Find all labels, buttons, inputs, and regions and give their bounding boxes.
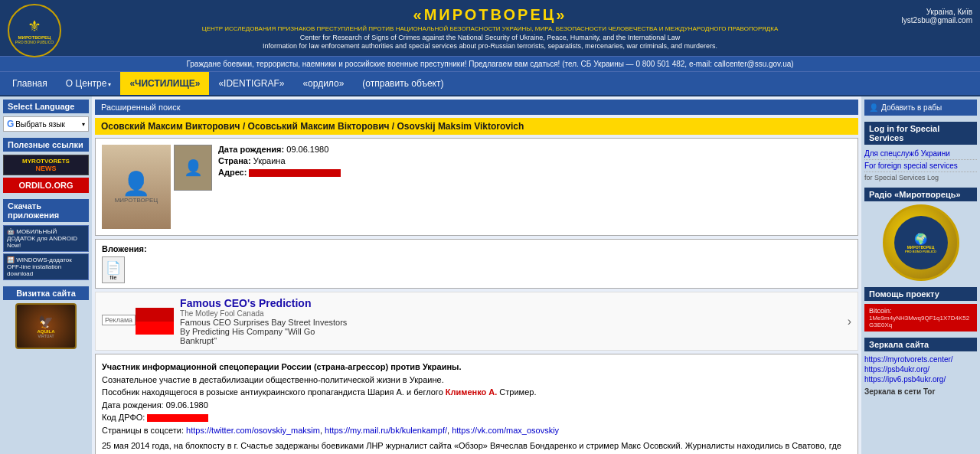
tor-section: Зеркала в сети Tor bbox=[864, 387, 977, 396]
nav-bar: Главная О Центре▾ «ЧИСТИЛИЩЕ» «IDENTIGRA… bbox=[0, 72, 980, 96]
content-area: Расширенный поиск Осовский Максим Виктор… bbox=[92, 96, 861, 454]
nav-about[interactable]: О Центре▾ bbox=[57, 72, 121, 95]
person-header: Осовский Максим Викторович / Осовський М… bbox=[95, 118, 858, 135]
bitcoin-section: Bitcoin: 1Me9m4yNH3Mwq9QF1q1X7D4K52G3E0X… bbox=[864, 304, 977, 332]
attachments-section: Вложения: 📄 file bbox=[95, 239, 858, 289]
alert-bar: Граждане боевики, террористы, наемники и… bbox=[0, 56, 980, 72]
add-section: 👤 Добавить в рабы bbox=[864, 100, 977, 116]
file-icon: 📄 bbox=[103, 257, 124, 275]
file-label: file bbox=[103, 275, 124, 280]
android-icon: 🤖 bbox=[7, 228, 15, 235]
drfo-label: Код ДРФО: bbox=[102, 413, 145, 422]
address-line: Адрес: bbox=[218, 168, 851, 177]
bitcoin-label: Bitcoin: bbox=[869, 307, 972, 315]
nav-identigraf[interactable]: «IDENTIGRAF» bbox=[209, 72, 293, 95]
info-line3-suffix: Стример. bbox=[497, 387, 536, 397]
useful-links-section: Полезные ссылки MYROTVORETS NEWS ORDILO.… bbox=[3, 138, 89, 193]
flag-red bbox=[136, 308, 174, 322]
radio-logo[interactable]: 🌍 МИРОТВОРЕЦ PRO BONO PUBLICO bbox=[883, 204, 959, 281]
attachments-title: Вложения: bbox=[102, 244, 851, 253]
ordilo-label: ORDILO.ORG bbox=[19, 181, 74, 190]
site-logo[interactable]: ⚜ МИРОТВОРЕЦ PRO BONO PUBLICO bbox=[8, 4, 61, 57]
country-line: Страна: Украина bbox=[218, 156, 851, 165]
windows-icon: 🪟 bbox=[7, 256, 15, 263]
person-details: Дата рождения: 09.06.1980 Страна: Украин… bbox=[218, 145, 851, 229]
android-download[interactable]: 🤖 МОБИЛЬНЫЙ ДОДАТОК для ANDROID Now! bbox=[3, 225, 89, 252]
info-social: Страницы в соцсети: https://twitter.com/… bbox=[102, 424, 851, 437]
add-icon: 👤 bbox=[869, 103, 878, 112]
mirror-link-1[interactable]: https://myrotvorets.center/ bbox=[864, 354, 977, 364]
nav-chistilische[interactable]: «ЧИСТИЛИЩЕ» bbox=[120, 72, 209, 95]
mailru-link[interactable]: https://my.mail.ru/bk/kulenkampf/ bbox=[325, 426, 447, 435]
ad-banner: Реклама Famous CEO's Prediction The Motl… bbox=[95, 292, 858, 351]
twitter-link[interactable]: https://twitter.com/osovskiy_maksim bbox=[186, 426, 320, 435]
download-title: Скачать приложения bbox=[3, 199, 89, 222]
address-label: Адрес: bbox=[218, 168, 247, 177]
info-line1: Участник информационной спецоперации Рос… bbox=[102, 361, 851, 374]
radio-section: Радіо «Миротворець» 🌍 МИРОТВОРЕЦ PRO BON… bbox=[864, 188, 977, 281]
info-drfo: Код ДРФО: bbox=[102, 411, 851, 424]
download-section: Скачать приложения 🤖 МОБИЛЬНЫЙ ДОДАТОК д… bbox=[3, 199, 89, 280]
info-story: 25 мая 2014 года, на блокпосту в г. Счас… bbox=[102, 439, 851, 454]
android-label: МОБИЛЬНЫЙ ДОДАТОК для ANDROID Now! bbox=[7, 228, 77, 249]
ordilo-banner[interactable]: ORDILO.ORG bbox=[3, 178, 89, 193]
news-label: NEWS bbox=[6, 165, 86, 172]
dob-label: Дата рождения: bbox=[218, 145, 284, 154]
mirror-link-2[interactable]: https://psb4ukr.org/ bbox=[864, 364, 977, 374]
main-layout: Select Language G Выбрать язык ▾ Полезны… bbox=[0, 96, 980, 454]
info-line2: Сознательное участие в дестабилизации об… bbox=[102, 374, 851, 387]
search-bar: Расширенный поиск bbox=[95, 100, 858, 115]
help-section: Помощь проекту Bitcoin: 1Me9m4yNH3Mwq9QF… bbox=[864, 287, 977, 332]
ad-content[interactable]: Famous CEO's Prediction The Motley Fool … bbox=[180, 297, 841, 345]
foreign-services-link[interactable]: For foreign special services bbox=[864, 160, 977, 172]
info-line3-prefix: Пособник находящегося в розыске антиукра… bbox=[102, 387, 446, 397]
windows-download[interactable]: 🪟 WINDOWS-додаток OFF-line installation … bbox=[3, 253, 89, 280]
ad-label: Реклама bbox=[102, 315, 136, 325]
google-icon: G bbox=[7, 119, 14, 129]
right-sidebar: 👤 Добавить в рабы Log in for Special Ser… bbox=[861, 96, 980, 454]
country-value: Украина bbox=[253, 156, 286, 165]
ad-text3: Bankrupt" bbox=[180, 336, 841, 345]
drfo-redacted bbox=[147, 414, 208, 422]
ad-title: Famous CEO's Prediction bbox=[180, 297, 841, 309]
radio-inner-logo: 🌍 МИРОТВОРЕЦ PRO BONO PUBLICO bbox=[894, 216, 948, 269]
windows-label: WINDOWS-додаток OFF-line installation do… bbox=[7, 256, 72, 277]
address-redacted bbox=[249, 169, 341, 177]
ukraine-services-link[interactable]: Для спецслужб Украини bbox=[864, 148, 977, 160]
nav-ordilo[interactable]: «ордило» bbox=[293, 72, 353, 95]
site-card-image: 🦅 AQUILA VIRTUAT bbox=[15, 303, 77, 349]
radio-title: Радіо «Миротворець» bbox=[864, 188, 977, 201]
log-label: for Special Services Log bbox=[864, 174, 977, 181]
site-card-section: Визитка сайта 🦅 AQUILA VIRTUAT bbox=[3, 286, 89, 349]
header-subtitle1: ЦЕНТР ИССЛЕДОВАНИЯ ПРИЗНАКОВ ПРЕСТУПЛЕНИ… bbox=[3, 25, 977, 32]
left-sidebar: Select Language G Выбрать язык ▾ Полезны… bbox=[0, 96, 92, 454]
nav-home[interactable]: Главная bbox=[3, 72, 57, 95]
lang-select[interactable]: G Выбрать язык ▾ bbox=[3, 116, 89, 132]
watermark-text: МИРОТВОРЕЦ bbox=[115, 197, 158, 204]
photo-row: 👤 МИРОТВОРЕЦ 👤 bbox=[102, 145, 212, 229]
myrotvorets-news-banner[interactable]: MYROTVORETS NEWS bbox=[3, 155, 89, 175]
mirror-link-3[interactable]: https://ipv6.psb4ukr.org/ bbox=[864, 374, 977, 384]
info-section: Участник информационной спецоперации Рос… bbox=[95, 354, 858, 454]
ad-source: The Motley Fool Canada bbox=[180, 309, 841, 318]
vk-link[interactable]: https://vk.com/max_osovskiy bbox=[452, 426, 559, 435]
ad-flag bbox=[136, 308, 174, 335]
add-to-slaves-button[interactable]: 👤 Добавить в рабы bbox=[864, 100, 977, 116]
klimenko-link[interactable]: Клименко А. bbox=[446, 387, 498, 397]
myrotvorets-label: MYROTVORETS bbox=[6, 158, 86, 165]
ad-arrow-icon[interactable]: › bbox=[848, 315, 851, 328]
log-in-section: Log in for Special Services Для спецслуж… bbox=[864, 122, 977, 181]
useful-links-title: Полезные ссылки bbox=[3, 138, 89, 152]
lang-select-label: Выбрать язык bbox=[15, 120, 65, 129]
nav-send-object[interactable]: (отправить объект) bbox=[353, 72, 452, 95]
header-subtitle2: Center for Research of Signs of Crimes a… bbox=[3, 34, 977, 41]
mirrors-section: Зеркала сайта https://myrotvorets.center… bbox=[864, 338, 977, 396]
info-line3: Пособник находящегося в розыске антиукра… bbox=[102, 386, 851, 399]
header-contact: Україна, Київ lyst2sbu@gmail.com bbox=[902, 8, 972, 24]
bitcoin-address[interactable]: 1Me9m4yNH3Mwq9QF1q1X7D4K52G3E0Xq bbox=[869, 315, 972, 328]
lang-section: Select Language G Выбрать язык ▾ bbox=[3, 100, 89, 132]
ad-text1: Famous CEO Surprises Bay Street Investor… bbox=[180, 318, 841, 327]
add-button-label: Добавить в рабы bbox=[881, 103, 942, 112]
attachment-file[interactable]: 📄 file bbox=[102, 256, 125, 283]
dob-line: Дата рождения: 09.06.1980 bbox=[218, 145, 851, 154]
